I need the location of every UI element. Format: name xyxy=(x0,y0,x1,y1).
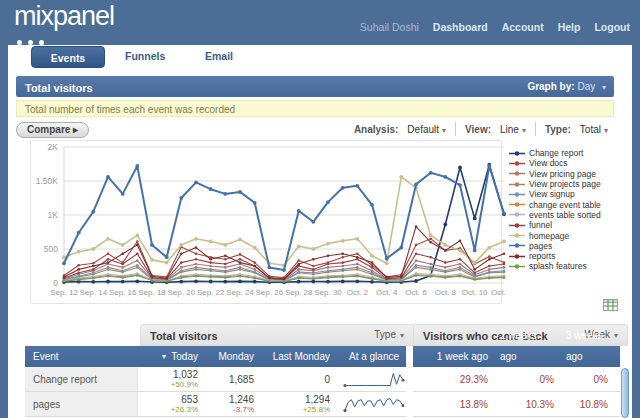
legend-item[interactable]: funnel xyxy=(509,220,601,230)
report-title: Total visitors xyxy=(16,82,93,94)
chart-legend: Change reportView docsView pricing pageV… xyxy=(509,148,601,272)
svg-text:Sep. 18: Sep. 18 xyxy=(138,288,166,297)
col-1-week-ago[interactable]: 1 week ago xyxy=(413,346,500,367)
svg-text:Sep. 22: Sep. 22 xyxy=(197,288,225,297)
events-line-chart: 05001K1.50K2KSep. 12Sep. 14Sep. 16Sep. 1… xyxy=(16,140,508,306)
came-back-row-change-report: 29.3% 0% 0% xyxy=(413,367,620,392)
svg-text:Oct. 8: Oct. 8 xyxy=(435,288,457,297)
svg-text:Oct. 4: Oct. 4 xyxy=(376,288,398,297)
svg-text:1.50K: 1.50K xyxy=(36,176,59,186)
divider xyxy=(455,122,456,136)
legend-item[interactable]: reports xyxy=(509,251,601,261)
graph-by-dropdown[interactable]: Graph by: Day ▾ xyxy=(527,76,606,98)
chevron-down-icon: ▾ xyxy=(614,331,618,340)
graph-by-value: Day xyxy=(577,81,595,92)
col-event[interactable]: Event xyxy=(25,346,138,367)
legend-item[interactable]: Change report xyxy=(509,148,601,158)
sort-desc-icon: ▼ xyxy=(160,346,167,367)
svg-text:Sep. 12: Sep. 12 xyxy=(50,288,78,297)
analysis-dropdown[interactable]: Default▾ xyxy=(407,124,446,135)
svg-text:Oct. 10: Oct. 10 xyxy=(462,288,488,297)
svg-text:Sep. 28: Sep. 28 xyxy=(285,288,313,297)
view-dropdown[interactable]: Line▾ xyxy=(500,124,526,135)
svg-text:Sep. 24: Sep. 24 xyxy=(226,288,254,297)
report-title-bar: Total visitors Graph by: Day ▾ xyxy=(16,76,614,97)
nav-help[interactable]: Help xyxy=(558,21,581,33)
came-back-row-pages: 13.8% 10.3% 10.8% xyxy=(413,392,620,417)
svg-text:Sep. 30: Sep. 30 xyxy=(314,288,342,297)
legend-item[interactable]: homepage xyxy=(509,230,601,240)
header-nav: Suhail Doshi Dashboard Account Help Logo… xyxy=(360,21,630,33)
svg-text:Oct. 2: Oct. 2 xyxy=(347,288,369,297)
tab-funnels[interactable]: Funnels xyxy=(125,50,165,62)
col-today[interactable]: ▼Today xyxy=(138,346,210,367)
svg-text:Sep. 14: Sep. 14 xyxy=(80,288,108,297)
analysis-label: Analysis: xyxy=(354,124,398,135)
view-label: View: xyxy=(465,124,491,135)
col-3-weeks-ago[interactable]: 3 weeks ago xyxy=(566,346,620,367)
legend-item[interactable]: View projects page xyxy=(509,179,601,189)
scrollbar-thumb[interactable] xyxy=(621,368,629,418)
nav-logout[interactable]: Logout xyxy=(594,21,630,33)
legend-item[interactable]: change event table xyxy=(509,199,601,209)
col-last-monday[interactable]: Last Monday xyxy=(266,346,342,367)
tab-strip: Events Funnels Email xyxy=(8,45,632,72)
came-back-table: 1 week ago 2 weeks ago 3 weeks ago 29.3%… xyxy=(413,346,620,417)
svg-text:Oct. 6: Oct. 6 xyxy=(405,288,427,297)
sparkline xyxy=(342,367,406,391)
total-visitors-section-header: Total visitors Type▾ xyxy=(140,324,414,346)
legend-item[interactable]: View pricing page xyxy=(509,169,601,179)
col-monday[interactable]: Monday xyxy=(210,346,266,367)
nav-dashboard[interactable]: Dashboard xyxy=(433,21,488,33)
svg-text:Oct. 12: Oct. 12 xyxy=(491,288,508,297)
events-table-header: Event ▼Today Monday Last Monday At a gla… xyxy=(25,346,406,367)
chevron-down-icon: ▾ xyxy=(604,126,608,135)
col-at-a-glance[interactable]: At a glance xyxy=(342,346,406,367)
table-row-pages: pages 653+26.3% 1,246-3.7% 1,294+25.8% xyxy=(25,392,406,417)
mixpanel-logo[interactable]: mixpanel xyxy=(14,1,114,32)
chart-controls: Compare ▸ Analysis: Default▾ View: Line▾… xyxy=(16,121,614,141)
export-icon[interactable] xyxy=(603,299,618,311)
compare-button[interactable]: Compare ▸ xyxy=(16,122,89,138)
svg-text:500: 500 xyxy=(44,244,58,254)
nav-account[interactable]: Account xyxy=(502,21,544,33)
graph-by-label: Graph by: xyxy=(527,81,574,92)
svg-text:Sep. 26: Sep. 26 xyxy=(256,288,284,297)
came-back-table-header: 1 week ago 2 weeks ago 3 weeks ago xyxy=(413,346,620,367)
legend-item[interactable]: View docs xyxy=(509,158,601,168)
events-table: Event ▼Today Monday Last Monday At a gla… xyxy=(25,346,406,417)
event-name[interactable]: pages xyxy=(25,392,138,416)
legend-item[interactable]: splash features xyxy=(509,261,601,271)
svg-text:Sep. 20: Sep. 20 xyxy=(168,288,196,297)
report-subtitle: Total number of times each event was rec… xyxy=(16,100,614,117)
app-header: mixpanel Suhail Doshi Dashboard Account … xyxy=(0,0,640,45)
chevron-down-icon: ▾ xyxy=(442,126,446,135)
col-2-weeks-ago[interactable]: 2 weeks ago xyxy=(500,346,566,367)
divider xyxy=(535,122,536,136)
tab-events[interactable]: Events xyxy=(31,46,105,68)
svg-text:0: 0 xyxy=(53,278,58,288)
tab-email[interactable]: Email xyxy=(205,50,233,62)
legend-item[interactable]: View signup xyxy=(509,189,601,199)
type-section-dropdown[interactable]: Type▾ xyxy=(374,325,404,346)
svg-text:1K: 1K xyxy=(48,210,59,220)
table-row-change-report: Change report 1,032+50.9% 1,685 0 xyxy=(25,367,406,392)
user-name: Suhail Doshi xyxy=(360,21,419,33)
sparkline xyxy=(342,392,406,416)
chevron-down-icon: ▾ xyxy=(400,331,404,340)
chevron-down-icon: ▾ xyxy=(522,126,526,135)
type-label: Type: xyxy=(545,124,571,135)
svg-text:Sep. 16: Sep. 16 xyxy=(109,288,137,297)
legend-item[interactable]: events table sorted xyxy=(509,210,601,220)
content-panel: Events Funnels Email Total visitors Grap… xyxy=(8,45,632,418)
chevron-down-icon: ▾ xyxy=(602,83,606,92)
svg-text:2K: 2K xyxy=(48,142,59,152)
type-dropdown[interactable]: Total▾ xyxy=(580,124,608,135)
table-scrollbar xyxy=(621,347,630,418)
event-name[interactable]: Change report xyxy=(25,367,138,391)
legend-item[interactable]: pages xyxy=(509,241,601,251)
